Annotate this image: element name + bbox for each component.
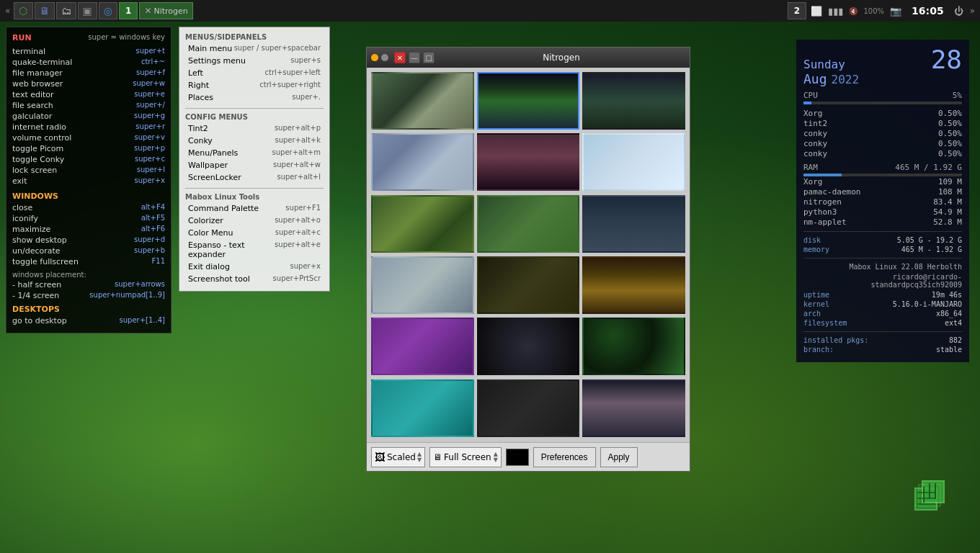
wallpaper-thumb-3[interactable] [582, 72, 685, 130]
nitrogen-window: ✕ — □ Nitrogen 🖼 [366, 47, 690, 472]
shortcut-iconify: iconify alt+F5 [12, 214, 165, 223]
menu-separator-1 [185, 108, 324, 109]
taskbar-right: 2 ⬜ ▮▮▮ 🔇 100% 📷 16:05 ⏻ » [788, 2, 977, 19]
date-area: Sunday Aug 2022 28 [803, 47, 962, 86]
window-minimize-button[interactable]: — [409, 52, 420, 63]
menu-right[interactable]: Right ctrl+super+right [185, 79, 324, 91]
super-label: super = windows key [88, 33, 165, 42]
menu-color-menu[interactable]: Color Menu super+alt+c [185, 227, 324, 239]
menu-main[interactable]: Main menu super / super+spacebar [185, 42, 324, 55]
ram-python3: python354.9 M [803, 207, 962, 217]
taskbar-right-arrows[interactable]: » [968, 6, 977, 16]
wallpaper-thumb-7[interactable] [371, 195, 474, 253]
wallpaper-thumb-2[interactable] [477, 72, 580, 130]
screen-arrows: ▲ ▼ [494, 451, 498, 463]
ram-xorg: Xorg109 M [803, 177, 962, 186]
windows-placement-label: windows placement: [12, 271, 165, 279]
installed-row: installed pkgs: 882 [803, 336, 962, 344]
menu-settings[interactable]: Settings menu super+s [185, 55, 324, 67]
menu-colorizer[interactable]: Colorizer super+alt+o [185, 215, 324, 227]
wallpaper-thumb-16[interactable] [371, 379, 474, 437]
workspace-2[interactable]: 2 [788, 2, 806, 19]
wallpaper-thumb-6[interactable] [582, 133, 685, 191]
menu-exit-dialog[interactable]: Exit dialog super+x [185, 261, 324, 273]
screen-label: Full Screen [444, 452, 491, 462]
wallpaper-thumb-12[interactable] [582, 256, 685, 314]
cpu-pct: 5% [953, 91, 962, 100]
mode-dropdown[interactable]: Scaled ▲ ▼ [387, 451, 422, 463]
apply-button[interactable]: Apply [600, 447, 638, 467]
window-maximize-button[interactable]: □ [423, 52, 435, 63]
wallpaper-thumb-10[interactable] [371, 256, 474, 314]
menu-screenshot[interactable]: Screenshot tool super+PrtScr [185, 273, 324, 285]
mode-icon: 🖼 [375, 451, 385, 463]
uptime-row: uptime 19m 46s [803, 291, 962, 299]
power-icon[interactable]: ⏻ [953, 6, 965, 17]
nitrogen-task[interactable]: ✕ Nitrogen [139, 2, 192, 19]
shortcut-calc: galculator super+g [12, 112, 165, 121]
wallpaper-thumb-1[interactable] [371, 72, 474, 130]
camera-icon[interactable]: 📷 [888, 6, 903, 17]
ram-bar-bg [803, 174, 962, 176]
divider-1 [803, 231, 962, 232]
menu-tint2[interactable]: Tint2 super+alt+p [185, 122, 324, 135]
menu-conky[interactable]: Conky super+alt+k [185, 135, 324, 147]
window-title-icons [371, 54, 388, 61]
taskbar-files-icon[interactable]: 🗂 [56, 2, 76, 19]
date-left: Sunday Aug 2022 [803, 58, 859, 86]
wallpaper-thumb-8[interactable] [477, 195, 580, 253]
menu-espanso[interactable]: Espanso - text expander super+alt+e [185, 239, 324, 261]
menu-left[interactable]: Left ctrl+super+left [185, 67, 324, 79]
cube-logo [908, 474, 958, 524]
shortcut-editor: text editor super+e [12, 90, 165, 99]
shortcut-terminal: terminal super+t [12, 47, 165, 56]
shortcut-picom: toggle Picom super+p [12, 144, 165, 153]
divider-3 [803, 331, 962, 332]
menu-places[interactable]: Places super+. [185, 91, 324, 104]
taskbar-globe-icon[interactable]: ◎ [99, 2, 117, 19]
volume-icon[interactable]: 🔇 [847, 7, 859, 15]
branch-row: branch: stable [803, 346, 962, 354]
mode-select[interactable]: 🖼 Scaled ▲ ▼ [371, 447, 425, 467]
menu-panels[interactable]: Menu/Panels super+alt+m [185, 147, 324, 159]
wallpaper-thumb-4[interactable] [371, 133, 474, 191]
day-number: 28 [931, 47, 962, 73]
wallpaper-thumb-18[interactable] [582, 379, 685, 437]
taskbar-manjaro-icon[interactable]: ⬡ [14, 2, 32, 19]
taskbar-left-arrows[interactable]: « [3, 6, 12, 16]
ram-pamac: pamac-daemon108 M [803, 187, 962, 197]
window-title: Nitrogen [437, 53, 685, 63]
wallpaper-thumb-5[interactable] [477, 133, 580, 191]
nitrogen-task-label: Nitrogen [153, 6, 187, 16]
wallpaper-grid[interactable] [367, 68, 690, 442]
screen-icon[interactable]: ⬜ [809, 6, 824, 17]
wallpaper-thumb-14[interactable] [477, 318, 580, 375]
sysinfo-panel: Sunday Aug 2022 28 CPU 5% Xorg0.50% tint… [796, 40, 969, 362]
ram-nm-applet: nm-applet52.8 M [803, 217, 962, 227]
battery-icon[interactable]: ▮▮▮ [827, 6, 845, 17]
wallpaper-thumb-11[interactable] [477, 256, 580, 314]
shortcut-undecorate: un/decorate super+b [12, 246, 165, 256]
shortcut-lock: lock screen super+l [12, 166, 165, 175]
workspace-1[interactable]: 1 [119, 2, 138, 19]
wallpaper-thumb-17[interactable] [477, 379, 580, 437]
taskbar-browser-icon[interactable]: 🖥 [35, 2, 55, 19]
window-titlebar: ✕ — □ Nitrogen [367, 48, 690, 68]
wallpaper-thumb-13[interactable] [371, 318, 474, 375]
ram-section: RAM 465 M / 1.92 G [803, 163, 962, 176]
window-close-button[interactable]: ✕ [394, 52, 406, 63]
shortcut-maximize: maximize alt+F6 [12, 225, 165, 234]
color-picker[interactable] [506, 449, 529, 466]
cpu-processes: Xorg0.50% tint20.50% conky0.50% conky0.5… [803, 109, 962, 158]
preferences-button[interactable]: Preferences [533, 447, 596, 467]
wallpaper-thumb-9[interactable] [582, 195, 685, 253]
menu-screenlocker[interactable]: ScreenLocker super+alt+l [185, 171, 324, 184]
menus-section: MENUS/SIDEPANELS Main menu super / super… [179, 30, 329, 107]
taskbar-terminal-icon[interactable]: ▣ [78, 2, 97, 19]
screen-select[interactable]: 🖥 Full Screen ▲ ▼ [429, 447, 502, 467]
wallpaper-thumb-15[interactable] [582, 318, 685, 375]
kernel-row: kernel 5.16.0-i-MANJARO [803, 300, 962, 308]
menu-command-palette[interactable]: Command Palette super+F1 [185, 202, 324, 215]
menu-wallpaper[interactable]: Wallpaper super+alt+w [185, 159, 324, 171]
shortcut-quake: quake-terminal ctrl+~ [12, 58, 165, 67]
